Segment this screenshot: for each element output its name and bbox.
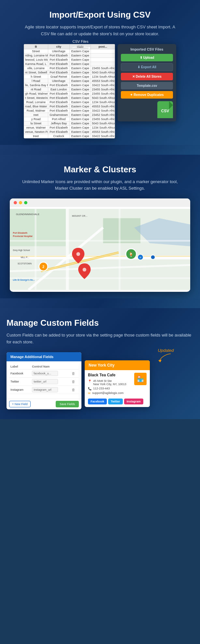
svg-text:Port Elizabeth: Port Elizabeth [13, 232, 28, 234]
store-phone-row: 📞 112-233-443 [88, 387, 126, 390]
svg-text:🍹: 🍹 [128, 252, 134, 257]
table-row: Kamma Road, LPort ElizabethEastern Cape [24, 62, 115, 66]
add-field-button[interactable]: + New Field [9, 401, 31, 407]
store-name: Black Tea Cafe [88, 373, 126, 377]
map-window: GLENDINNINGVALE MOUNT CR... Port Elizabe… [10, 198, 190, 292]
marker-section: Marker & Clusters Unlimited Marker Icons… [0, 155, 200, 299]
export-all-button[interactable]: ⬇ Export All [121, 63, 173, 71]
table-row: la StreetJeffreys BayEastern Cape5043 So… [24, 121, 115, 125]
table-row: nt Street, SidwellPort ElizabethEastern … [24, 70, 115, 74]
store-social-buttons: Facebook Twitter Instagram [88, 399, 147, 404]
csv-panel-title: Imported CSV Files [121, 47, 173, 51]
field-label-instagram: Instagram [9, 385, 31, 394]
col-city: city [48, 44, 69, 49]
table-row: h StreetGraaf ReinetEastern Cape1234 Sou… [24, 74, 115, 79]
svg-marker-0 [89, 47, 90, 49]
store-card: New York City Black Tea Cafe 📍 45 Mott S… [85, 360, 150, 407]
col-control: Control Nam [31, 364, 70, 369]
table-row: ville, LorrainePort ElizabethEastern Cap… [24, 66, 115, 70]
svg-text:Provincial Hospital: Provincial Hospital [13, 235, 33, 238]
dot-green [24, 201, 27, 204]
store-details: Black Tea Cafe 📍 45 Mott St Ste New York… [88, 373, 126, 396]
updated-arrow [158, 353, 174, 363]
field-row-instagram: Instagram instagram_url 🗑 [9, 385, 79, 394]
manage-fields-panel: Manage Additional Fields Label Control N… [7, 352, 81, 409]
col-post: post... [91, 44, 115, 49]
field-row-facebook: Facebook facebook_u... 🗑 [9, 369, 79, 377]
svg-point-32 [151, 255, 155, 259]
manage-fields-footer: + New Field Save Fields [7, 399, 81, 409]
phone-icon: 📞 [88, 387, 92, 390]
svg-text:2: 2 [42, 265, 44, 269]
table-row: lle, Sardinia Bay RoPort ElizabethEaster… [24, 83, 115, 87]
svg-rect-3 [103, 218, 141, 243]
table-row: nt RoadEast LondonEastern Cape23455 Sout… [24, 87, 115, 91]
col-b: B [24, 44, 48, 49]
col-actions [70, 364, 79, 369]
dot-red [14, 201, 17, 204]
instagram-button[interactable]: Instagram [124, 399, 143, 404]
svg-rect-12 [10, 240, 190, 242]
location-icon: 📍 [88, 380, 92, 383]
store-card-city: New York City [85, 360, 150, 370]
upload-button[interactable]: ⬆ Upload [121, 54, 173, 61]
marker-description: Unlimited Marker Icons are provided with… [22, 179, 178, 192]
map-svg: GLENDINNINGVALE MOUNT CR... Port Elizabe… [10, 207, 190, 292]
table-row: venue, WalmerPort ElizabethEastern Cape1… [24, 125, 115, 130]
store-shop-icon: 🏪 [134, 373, 147, 385]
dot-yellow [19, 201, 22, 204]
table-row: riding, Lorraine ManPort ElizabethEaster… [24, 53, 115, 57]
delete-all-button[interactable]: ✕ Delete All Stores [121, 73, 173, 80]
table-row: t Street, WesteringPort ElizabethEastern… [24, 96, 115, 100]
svg-point-25 [83, 268, 86, 272]
field-row-twitter: Twitter twitter_url 🗑 [9, 377, 79, 385]
field-control-twitter: twitter_url [31, 377, 70, 385]
field-delete-facebook[interactable]: 🗑 [70, 369, 79, 377]
updated-label: Updated [158, 348, 174, 353]
field-label-facebook: Facebook [9, 369, 31, 377]
table-row: y RoadPort AlfredEastern Cape23455 South… [24, 117, 115, 121]
store-address: 45 Mott St Ste New York City, NY, 10013 [93, 379, 126, 386]
custom-fields-title: Manage Custom Fields [7, 318, 193, 328]
svg-rect-13 [10, 277, 190, 279]
template-file-button[interactable]: Template.csv [121, 82, 173, 89]
section-gap-1 [0, 145, 200, 155]
map-content: GLENDINNINGVALE MOUNT CR... Port Elizabe… [10, 207, 190, 292]
table-row: Road, WalmerPort ElizabethEastern Cape33… [24, 108, 115, 113]
section-gap-2 [0, 298, 200, 308]
csv-section: Import/Export Using CSV Agile store loca… [0, 0, 200, 145]
store-phone: 112-233-443 [93, 387, 110, 390]
table-row: reetGrahamstownEastern Cape23452 South A… [24, 113, 115, 117]
field-delete-twitter[interactable]: 🗑 [70, 377, 79, 385]
table-row: lewood, Louis MichaPort ElizabethEastern… [24, 57, 115, 62]
remove-duplicates-button[interactable]: ✦ Remove Duplicates [121, 91, 173, 99]
csv-description: Agile store locator supports Import/Expo… [22, 24, 178, 38]
svg-text:MILL P...: MILL P... [21, 256, 29, 259]
email-icon: ✉ [88, 392, 91, 395]
field-delete-instagram[interactable]: 🗑 [70, 385, 79, 394]
svg-point-24 [76, 252, 80, 256]
csv-panel: Imported CSV Files ⬆ Upload ⬇ Export All… [118, 44, 176, 121]
facebook-button[interactable]: Facebook [88, 399, 107, 404]
field-control-instagram: instagram_url [31, 385, 70, 394]
table-row: l RoadUitenhageEastern Cape45553 South A… [24, 79, 115, 83]
save-fields-button[interactable]: Save Fields [56, 401, 79, 407]
table-row: venue, Newton ParkPort ElizabethEastern … [24, 130, 115, 134]
table-row: treetCradockEastern Cape33422 South Afri… [24, 134, 115, 138]
manage-fields-header: Manage Additional Fields [7, 352, 81, 361]
custom-fields-section: Manage Custom Fields Custom Fields can b… [0, 308, 200, 419]
store-card-body: Black Tea Cafe 📍 45 Mott St Ste New York… [85, 370, 150, 407]
marker-title: Marker & Clusters [7, 165, 193, 175]
table-row: Road, LorrainePort ElizabethEastern Cape… [24, 100, 115, 104]
updated-annotation: Updated [158, 347, 174, 364]
map-titlebar [10, 198, 190, 207]
spreadsheet: B city state post... StreetUitenhageEast… [24, 44, 115, 138]
csv-file-icon: CSV [121, 101, 173, 118]
table-row: gh Road, WalmerPort ElizabethEastern Cap… [24, 91, 115, 96]
svg-text:Life St George's Ho...: Life St George's Ho... [13, 279, 35, 281]
twitter-button[interactable]: Twitter [108, 399, 123, 404]
svg-text:MOUNT CR...: MOUNT CR... [72, 214, 87, 217]
store-email-row: ✉ support@agilelogix.com [88, 391, 126, 395]
custom-fields-description: Custom Fields can be added to your store… [7, 332, 193, 346]
table-row: road, Blue Water BayPort ElizabethEaster… [24, 104, 115, 108]
